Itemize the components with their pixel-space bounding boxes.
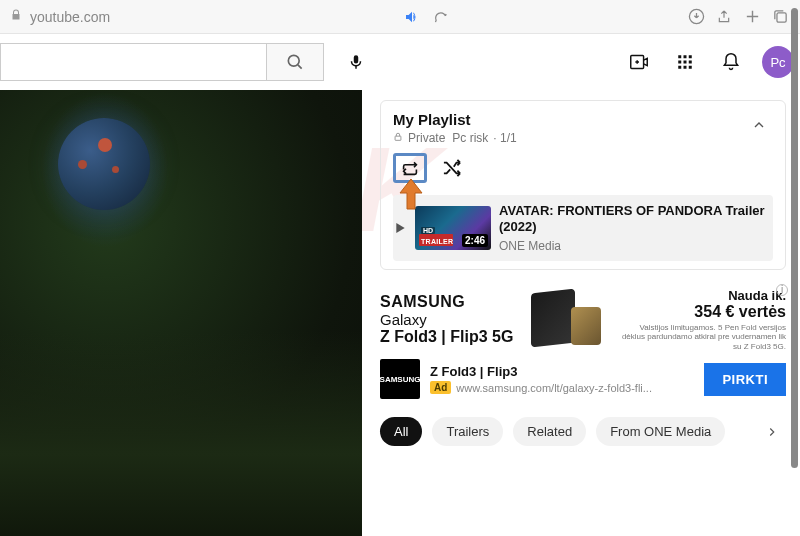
svg-rect-1 (776, 13, 785, 22)
apps-button[interactable] (666, 44, 704, 80)
avatar-initials: Pc (770, 55, 785, 70)
microphone-icon (347, 53, 365, 71)
svg-rect-9 (689, 61, 692, 64)
audio-icon[interactable] (402, 7, 422, 27)
svg-rect-7 (678, 61, 681, 64)
apps-grid-icon (676, 53, 694, 71)
browser-bar: youtube.com (0, 0, 800, 34)
svg-rect-4 (678, 55, 681, 58)
search-icon (285, 52, 305, 72)
plus-icon[interactable] (742, 7, 762, 27)
playlist-item[interactable]: HD TRAILER 2:46 AVATAR: FRONTIERS OF PAN… (393, 195, 773, 261)
privacy-lock-icon (393, 132, 403, 144)
playlist-position: · 1/1 (493, 131, 516, 145)
collapse-button[interactable] (745, 111, 773, 139)
chevron-up-icon (751, 117, 767, 133)
voice-search-button[interactable] (338, 44, 374, 80)
chip-from-channel[interactable]: From ONE Media (596, 417, 725, 446)
ad-meta-title: Z Fold3 | Flip3 (430, 364, 694, 379)
youtube-topbar: Pc (0, 34, 800, 90)
chip-row: All Trailers Related From ONE Media (380, 417, 786, 446)
svg-rect-8 (684, 61, 687, 64)
ad-banner[interactable]: SAMSUNG Galaxy Z Fold3 | Flip3 5G Nauda … (380, 288, 786, 352)
ad-meta-row: SAMSUNG Z Fold3 | Flip3 Ad www.samsung.c… (380, 359, 786, 399)
svg-rect-10 (678, 66, 681, 69)
thumb-hd-badge: HD (421, 227, 435, 234)
playlist-item-channel: ONE Media (499, 239, 767, 253)
main: My Playlist Private Pc risk · 1/1 (0, 90, 800, 536)
download-icon[interactable] (686, 7, 706, 27)
avatar[interactable]: Pc (762, 46, 794, 78)
ad-product-image (523, 289, 609, 349)
playlist-title: My Playlist (393, 111, 745, 128)
ad-logo: SAMSUNG (380, 359, 420, 399)
create-button[interactable] (620, 44, 658, 80)
video-player[interactable] (0, 90, 362, 536)
ad-offer-line2: 354 € vertės (619, 303, 786, 321)
tabs-icon[interactable] (770, 7, 790, 27)
chevron-right-icon (765, 425, 779, 439)
tutorial-arrow-icon (396, 177, 426, 211)
ad-line3: Z Fold3 | Flip3 5G (380, 328, 513, 346)
svg-rect-12 (689, 66, 692, 69)
ad-info-icon[interactable]: i (776, 284, 788, 296)
now-playing-indicator (393, 223, 407, 233)
shuffle-button[interactable] (437, 153, 467, 183)
ad-cta-button[interactable]: PIRKTI (704, 363, 786, 396)
video-frame (0, 90, 362, 536)
thumb-trailer-badge: TRAILER (421, 238, 453, 245)
playlist-item-title: AVATAR: FRONTIERS OF PANDORA Trailer (20… (499, 203, 767, 236)
svg-point-2 (288, 55, 299, 66)
svg-rect-13 (395, 136, 401, 140)
bell-icon (721, 52, 741, 72)
ad-offer: Nauda ik. 354 € vertės Valstijos limitug… (619, 288, 786, 352)
playlist-owner[interactable]: Pc risk (452, 131, 488, 145)
video-frame-detail (58, 118, 150, 210)
lock-icon (10, 9, 22, 24)
playlist-privacy: Private (408, 131, 445, 145)
svg-rect-6 (689, 55, 692, 58)
search-button[interactable] (266, 43, 324, 81)
ad-fine-print: Valstijos limitugamos. 5 Pen Fold versij… (619, 323, 786, 352)
shuffle-icon (441, 159, 463, 177)
chip-related[interactable]: Related (513, 417, 586, 446)
svg-rect-5 (684, 55, 687, 58)
ad-badge: Ad (430, 381, 451, 394)
playlist-item-thumbnail: HD TRAILER 2:46 (415, 206, 491, 250)
ad-brand-block: SAMSUNG Galaxy Z Fold3 | Flip3 5G (380, 293, 513, 346)
search-wrap (0, 43, 324, 81)
reload-icon[interactable] (430, 7, 450, 27)
loop-icon (400, 160, 420, 176)
notifications-button[interactable] (712, 44, 750, 80)
share-icon[interactable] (714, 7, 734, 27)
playlist-subtitle: Private Pc risk · 1/1 (393, 131, 745, 145)
svg-rect-11 (684, 66, 687, 69)
sidebar: My Playlist Private Pc risk · 1/1 (362, 90, 800, 536)
chip-all[interactable]: All (380, 417, 422, 446)
video-duration: 2:46 (462, 234, 488, 247)
playlist-panel: My Playlist Private Pc risk · 1/1 (380, 100, 786, 270)
ad-offer-line1: Nauda ik. (619, 288, 786, 303)
search-input[interactable] (0, 43, 266, 81)
chip-trailers[interactable]: Trailers (432, 417, 503, 446)
chips-next-button[interactable] (758, 418, 786, 446)
address-url[interactable]: youtube.com (30, 9, 110, 25)
ad-url: www.samsung.com/lt/galaxy-z-fold3-fli... (456, 382, 652, 394)
create-icon (628, 51, 650, 73)
ad-brand: SAMSUNG (380, 293, 513, 311)
page-scrollbar[interactable] (791, 8, 798, 468)
ad-line2: Galaxy (380, 311, 513, 328)
